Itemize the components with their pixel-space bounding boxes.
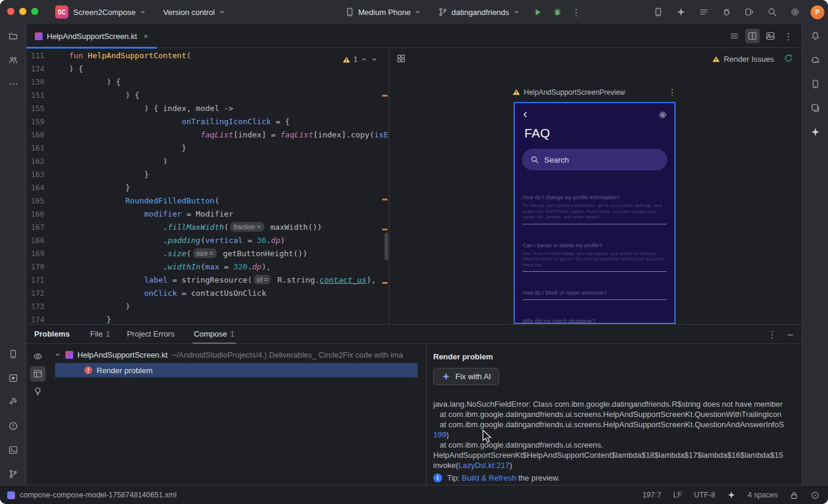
panel-options-kebab-icon[interactable]: ⋮ bbox=[768, 330, 777, 339]
code-line[interactable]: 168 .padding(vertical = 36.dp) bbox=[26, 234, 389, 247]
ai-sparkle-icon[interactable] bbox=[808, 125, 823, 139]
warning-stripe-mark[interactable] bbox=[382, 95, 388, 97]
code-line[interactable]: 174 } bbox=[26, 313, 389, 324]
device-streaming-icon[interactable] bbox=[742, 5, 757, 19]
lightbulb-icon[interactable] bbox=[30, 383, 46, 399]
device-manager-icon[interactable] bbox=[651, 5, 665, 19]
code-line[interactable]: 159 onTrailingIconClick = { bbox=[26, 115, 389, 128]
app-quality-insights-icon[interactable] bbox=[6, 371, 20, 385]
preview-grid-icon[interactable] bbox=[397, 54, 406, 63]
code-line[interactable]: 124 ) { bbox=[26, 62, 389, 76]
code-line[interactable]: 165 RoundedFilledButton( bbox=[26, 194, 389, 208]
user-avatar[interactable]: P bbox=[811, 5, 824, 19]
warning-count: 1 bbox=[353, 53, 358, 66]
warning-stripe-mark[interactable] bbox=[382, 229, 388, 230]
file-encoding[interactable]: UTF-8 bbox=[694, 491, 715, 499]
logcat-icon[interactable] bbox=[697, 5, 711, 19]
more-tool-windows-icon[interactable]: ⋯ bbox=[6, 77, 20, 91]
editor-scrollbar-thumb[interactable] bbox=[385, 233, 388, 260]
stack-trace-segment[interactable]: 199 bbox=[433, 430, 446, 439]
search-icon[interactable] bbox=[765, 5, 779, 19]
build-refresh-link[interactable]: Build & Refresh bbox=[462, 473, 516, 482]
code-line[interactable]: 169 .size(size = getButtonHeight()) bbox=[26, 247, 389, 260]
indent-setting[interactable]: 4 spaces bbox=[748, 491, 778, 499]
build-icon[interactable] bbox=[6, 395, 20, 409]
warning-stripe-mark[interactable] bbox=[382, 199, 388, 200]
code-token: = bbox=[243, 236, 257, 245]
ai-sparkle-icon[interactable] bbox=[727, 491, 736, 499]
code-line[interactable]: 171 label = stringResource(id = R.string… bbox=[26, 274, 389, 287]
device-explorer-icon[interactable] bbox=[6, 347, 20, 361]
device-selector[interactable]: Medium Phone bbox=[345, 7, 421, 17]
tab-helpandsupportscreen[interactable]: HelpAndSupportScreen.kt × bbox=[26, 24, 157, 48]
preview-options-kebab-icon[interactable]: ⋮ bbox=[668, 88, 677, 97]
line-separator[interactable]: LF bbox=[673, 491, 682, 499]
tab-compose[interactable]: Compose1 bbox=[194, 325, 235, 344]
render-problem-row[interactable]: Render problem bbox=[55, 363, 418, 377]
more-run-actions-button[interactable]: ⋮ bbox=[569, 5, 584, 19]
code-line[interactable]: 162 ) bbox=[26, 155, 389, 168]
code-line[interactable]: 164 } bbox=[26, 181, 389, 194]
profiler-icon[interactable] bbox=[719, 5, 734, 19]
code-line[interactable]: 130 ) { bbox=[26, 76, 389, 89]
warning-stripe-mark[interactable] bbox=[382, 282, 388, 284]
lock-icon[interactable] bbox=[790, 491, 799, 500]
code-view-icon[interactable] bbox=[727, 29, 742, 43]
settings-gear-icon[interactable] bbox=[788, 5, 802, 19]
minimize-window-button[interactable] bbox=[19, 8, 26, 15]
gemini-icon[interactable] bbox=[674, 5, 688, 19]
editor-options-kebab-icon[interactable]: ⋮ bbox=[781, 29, 796, 43]
design-view-icon[interactable] bbox=[763, 29, 778, 43]
status-widget-icon[interactable] bbox=[811, 491, 820, 500]
render-issues-button[interactable]: Render Issues bbox=[712, 55, 774, 64]
eye-icon[interactable] bbox=[30, 349, 46, 364]
device-manager-icon[interactable] bbox=[808, 77, 823, 91]
terminal-icon[interactable] bbox=[6, 443, 20, 457]
preview-card-header: HelpAndSupportScreenPreview ⋮ bbox=[512, 88, 677, 97]
running-devices-icon[interactable] bbox=[808, 101, 823, 115]
code-line[interactable]: 163 } bbox=[26, 168, 389, 181]
code-line[interactable]: 172 onClick = contactUsOnClick bbox=[26, 287, 389, 300]
code-line[interactable]: 167 .fillMaxWidth(fraction = maxWidth()) bbox=[26, 221, 389, 234]
zoom-window-button[interactable] bbox=[31, 8, 38, 15]
tab-close-icon[interactable]: × bbox=[143, 32, 148, 41]
close-window-button[interactable] bbox=[7, 8, 14, 15]
debug-button[interactable] bbox=[550, 5, 565, 19]
chevron-down-icon[interactable] bbox=[371, 56, 378, 63]
chevron-up-icon[interactable] bbox=[361, 56, 368, 63]
run-configuration-selector[interactable]: datingandfriends bbox=[438, 7, 520, 17]
code-line[interactable]: 155 ) { index, model -> bbox=[26, 102, 389, 115]
problems-file-row[interactable]: HelpAndSupportScreen.kt ~/AndroidStudioP… bbox=[54, 347, 424, 362]
code-line[interactable]: 173 ) bbox=[26, 300, 389, 313]
project-menu[interactable]: Screen2Compose bbox=[73, 0, 146, 24]
gradle-icon[interactable] bbox=[808, 53, 823, 67]
tab-project-errors[interactable]: Project Errors bbox=[127, 325, 174, 344]
problems-icon[interactable] bbox=[6, 419, 20, 433]
caret-position[interactable]: 197:7 bbox=[643, 491, 661, 499]
version-control-menu[interactable]: Version control bbox=[163, 0, 226, 24]
code-line[interactable]: 166 modifier = Modifier bbox=[26, 208, 389, 221]
code-line[interactable]: 151 ) { bbox=[26, 89, 389, 102]
build-refresh-icon[interactable] bbox=[784, 53, 793, 63]
hide-panel-icon[interactable]: ─ bbox=[788, 330, 793, 339]
code-line[interactable]: 170 .widthIn(max = 320.dp), bbox=[26, 260, 389, 274]
run-button[interactable] bbox=[531, 5, 545, 19]
code-line[interactable]: 160 faqList[index] = faqList[index].copy… bbox=[26, 128, 389, 142]
problems-splitter[interactable] bbox=[426, 344, 427, 485]
version-control-icon[interactable] bbox=[6, 467, 20, 481]
inspections-widget[interactable]: 1 bbox=[340, 52, 380, 67]
code-token: . bbox=[69, 223, 167, 232]
fix-with-ai-button[interactable]: Fix with AI bbox=[433, 368, 499, 385]
code-token: [index] = bbox=[233, 130, 280, 139]
notifications-bell-icon[interactable] bbox=[808, 29, 823, 43]
code-editor[interactable]: 111 fun HelpAndSupportContent( 124 ) { 1… bbox=[26, 48, 389, 324]
code-line[interactable]: 161 } bbox=[26, 142, 389, 155]
tab-file[interactable]: File1 bbox=[90, 325, 110, 344]
stack-trace-segment[interactable]: LazyDsl.kt:217 bbox=[458, 461, 509, 470]
split-view-icon[interactable] bbox=[745, 29, 760, 43]
preview-details-toggle-icon[interactable] bbox=[30, 366, 46, 382]
code-line[interactable]: 111 fun HelpAndSupportContent( bbox=[26, 49, 389, 62]
users-icon[interactable] bbox=[6, 53, 20, 67]
stack-trace-segment: ) bbox=[509, 461, 512, 470]
project-folder-icon[interactable] bbox=[6, 29, 20, 43]
